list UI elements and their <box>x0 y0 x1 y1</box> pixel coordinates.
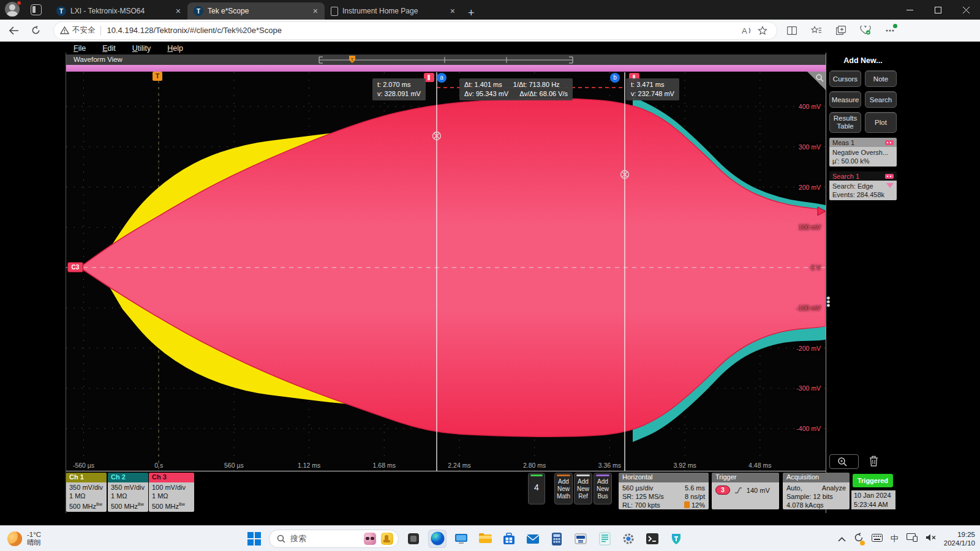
measure-button[interactable]: Measure <box>829 91 861 108</box>
cursor-b-badge[interactable]: b <box>610 73 620 83</box>
results-table-button[interactable]: Results Table <box>829 112 861 133</box>
search1-badge[interactable]: Search 1 Search: Edge Events: 284.458k <box>829 171 897 200</box>
menu-edit[interactable]: Edit <box>102 44 116 53</box>
app-edge[interactable] <box>428 530 447 548</box>
app-mail[interactable] <box>524 530 542 548</box>
cursor-b-readout[interactable]: t: 3.471 ms v: 232.748 mV <box>626 78 679 100</box>
browser-essentials-icon[interactable] <box>858 23 873 39</box>
scope-date: 10 Jan 2024 <box>854 491 893 500</box>
url-text[interactable]: 10.4.194.128/Tektronix/#/client/c/Tek%20… <box>107 26 739 35</box>
add-new-math-button[interactable]: AddNewMath <box>554 473 573 504</box>
note-button[interactable]: Note <box>865 70 897 87</box>
trash-icon[interactable] <box>869 455 879 469</box>
tray-keyboard-icon[interactable] <box>872 533 883 544</box>
taskbar-clock[interactable]: 19:25 2024/1/10 <box>944 530 975 547</box>
plot-button[interactable]: Plot <box>865 112 897 133</box>
tab-lxi[interactable]: T LXI - Tektronix-MSO64 × <box>50 2 187 20</box>
ime-indicator[interactable]: 中 <box>891 533 899 544</box>
channel3-badge[interactable]: Ch 3 100 mV/div 1 MΩ 500 MHzBw <box>149 473 194 512</box>
taskbar-search[interactable]: 搜索 <box>269 530 399 548</box>
read-aloud-icon[interactable]: A <box>739 23 755 39</box>
menu-utility[interactable]: Utility <box>132 44 151 53</box>
channel2-scale: 350 mV/div <box>111 483 145 492</box>
close-button[interactable] <box>952 0 980 20</box>
graticule-actions <box>829 454 897 469</box>
trigger-panel[interactable]: Trigger 3 140 mV <box>712 473 779 509</box>
start-button[interactable] <box>245 530 263 548</box>
split-screen-icon[interactable] <box>784 23 800 39</box>
tab-close-icon[interactable]: × <box>448 6 457 16</box>
waveform-view-tab[interactable]: Waveform View T <box>66 54 826 65</box>
channel2-badge[interactable]: Ch 2 350 mV/div 1 MΩ 500 MHzBw <box>108 473 148 512</box>
favorite-star-icon[interactable] <box>755 23 771 39</box>
volt-tick-label: -300 mV <box>796 384 821 392</box>
maximize-button[interactable] <box>924 0 952 20</box>
menu-help[interactable]: Help <box>167 44 183 53</box>
volt-tick-label: 300 mV <box>799 143 821 151</box>
compression-icon <box>684 501 690 508</box>
app-file-explorer[interactable] <box>476 530 494 548</box>
browser-toolbar: 不安全 10.4.194.128/Tektronix/#/client/c/Te… <box>0 20 980 42</box>
refresh-icon[interactable] <box>27 22 44 39</box>
weather-widget[interactable]: -1°C晴朗 <box>7 531 81 547</box>
tray-cast-icon[interactable] <box>907 533 918 544</box>
address-bar[interactable]: 不安全 10.4.194.128/Tektronix/#/client/c/Te… <box>54 22 777 39</box>
acquisition-position-ruler[interactable]: T <box>317 55 575 64</box>
app-monitor[interactable] <box>452 530 470 548</box>
security-label[interactable]: 不安全 <box>72 25 96 36</box>
volt-tick-label: 100 mV <box>799 223 821 231</box>
minimize-button[interactable] <box>895 0 924 20</box>
app-notepad[interactable] <box>595 530 614 548</box>
profile-avatar[interactable] <box>5 2 21 18</box>
channel1-impedance: 1 MΩ <box>69 492 104 500</box>
tab-close-icon[interactable]: × <box>174 6 183 16</box>
new-tab-button[interactable]: + <box>468 7 475 20</box>
add-new-ref-button[interactable]: AddNewRef <box>574 473 592 504</box>
acquisition-panel[interactable]: Acquisition Auto,Analyze Sample: 12 bits… <box>783 473 850 509</box>
app-print-queue[interactable] <box>571 530 590 548</box>
svg-text:T: T <box>351 57 354 62</box>
app-calculator[interactable] <box>548 530 566 548</box>
tray-expand-icon[interactable] <box>838 533 846 544</box>
volt-tick-label: 200 mV <box>799 184 821 191</box>
tray-mute-icon[interactable] <box>925 533 936 544</box>
cursor-a-readout[interactable]: t: 2.070 ms v: 328.091 mV <box>372 78 426 100</box>
acq-analyze: Analyze <box>822 484 846 492</box>
channel4-button[interactable]: 4 <box>528 473 545 504</box>
tab-escope[interactable]: T Tek e*Scope × <box>187 2 325 20</box>
settings-menu-icon[interactable] <box>882 23 898 39</box>
collections-icon[interactable] <box>833 23 849 39</box>
tab-instrument-home[interactable]: Instrument Home Page × <box>325 2 462 20</box>
cursor-delta-readout[interactable]: Δt: 1.401 ms1/Δt: 713.80 Hz Δv: 95.343 m… <box>459 78 573 100</box>
bus-color-line <box>596 474 609 476</box>
time-tick-label: 4.48 ms <box>748 462 771 469</box>
tray-update-icon[interactable] <box>854 533 864 545</box>
app-store[interactable] <box>500 530 518 548</box>
channel2-name: Ch 2 <box>108 473 148 482</box>
app-settings[interactable] <box>619 530 638 548</box>
trigger-position-badge[interactable]: T <box>153 72 162 81</box>
add-new-bus-button[interactable]: AddNewBus <box>594 473 612 504</box>
tab-close-icon[interactable]: × <box>311 6 320 16</box>
channel3-position-badge[interactable]: C3 <box>67 262 83 272</box>
cursors-button[interactable]: Cursors <box>829 70 861 87</box>
meas1-badge[interactable]: Meas 1 Negative Oversh... µ': 50.00 k% <box>829 138 897 167</box>
toolbar-actions <box>784 23 898 39</box>
menu-file[interactable]: File <box>74 44 86 53</box>
app-teams[interactable] <box>667 530 685 548</box>
favorites-icon[interactable] <box>809 23 824 39</box>
zoom-mode-button[interactable] <box>829 454 859 469</box>
app-widgets[interactable] <box>404 530 423 548</box>
resolution: 8 ns/pt <box>685 492 705 501</box>
acquisition-title: Acquisition <box>783 473 850 482</box>
cursor-a-badge[interactable]: a <box>437 73 447 83</box>
search-icon <box>277 534 285 543</box>
waveform-graticule[interactable]: T a b t: 2.070 ms v: 328.091 mV Δt: 1.40… <box>66 65 826 471</box>
app-terminal[interactable] <box>643 530 662 548</box>
tab-actions-icon[interactable] <box>31 4 42 15</box>
channel1-badge[interactable]: Ch 1 350 mV/div 1 MΩ 500 MHzBw <box>66 473 107 512</box>
weather-temp: -1°C <box>27 531 41 539</box>
horizontal-panel[interactable]: Horizontal 560 µs/div5.6 ms SR: 125 MS/s… <box>619 473 709 509</box>
back-icon[interactable] <box>5 22 22 39</box>
search-button[interactable]: Search <box>865 91 897 108</box>
